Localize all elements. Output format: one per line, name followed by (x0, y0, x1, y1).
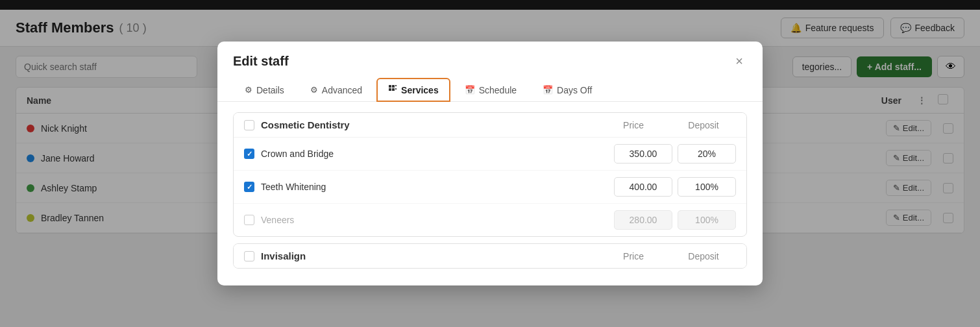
service-section-invisalign: Invisalign Price Deposit (233, 243, 747, 269)
grid-icon (388, 84, 397, 95)
edit-staff-modal: Edit staff × ⚙ Details ⚙ Advanced (217, 42, 763, 285)
svg-rect-0 (389, 85, 391, 88)
svg-rect-1 (392, 85, 395, 88)
svg-rect-5 (395, 88, 397, 90)
service-row-crown-bridge: Crown and Bridge (234, 138, 746, 171)
teeth-whitening-deposit[interactable] (678, 177, 736, 197)
modal-title: Edit staff (233, 54, 289, 69)
gear-icon: ⚙ (310, 85, 318, 95)
service-row-teeth-whitening: Teeth Whitening (234, 171, 746, 204)
calendar-icon: 📅 (465, 85, 475, 95)
service-section-cosmetic-dentistry: Cosmetic Dentistry Price Deposit Crown a… (233, 112, 747, 237)
service-checkbox[interactable] (244, 149, 254, 159)
service-checkbox[interactable] (244, 215, 254, 225)
crown-bridge-deposit[interactable] (678, 144, 736, 164)
veneers-price (614, 210, 672, 230)
svg-rect-3 (392, 88, 395, 91)
modal-tabs: ⚙ Details ⚙ Advanced S (217, 69, 763, 102)
service-checkbox[interactable] (244, 182, 254, 192)
tab-details[interactable]: ⚙ Details (233, 78, 296, 102)
modal-overlay[interactable]: Edit staff × ⚙ Details ⚙ Advanced (0, 0, 980, 327)
tab-days-off[interactable]: 📅 Days Off (531, 78, 604, 102)
gear-icon: ⚙ (245, 85, 252, 95)
invisalign-header-row: Invisalign Price Deposit (234, 244, 746, 268)
teeth-whitening-price[interactable] (614, 177, 672, 197)
section-header-row: Cosmetic Dentistry Price Deposit (234, 113, 746, 138)
veneers-deposit (678, 210, 736, 230)
svg-rect-2 (389, 88, 391, 91)
section-checkbox[interactable] (244, 251, 254, 261)
crown-bridge-price[interactable] (614, 144, 672, 164)
tab-schedule[interactable]: 📅 Schedule (453, 78, 528, 102)
modal-header: Edit staff × (217, 42, 763, 69)
section-checkbox[interactable] (244, 120, 254, 130)
service-row-veneers: Veneers (234, 204, 746, 236)
svg-rect-4 (395, 85, 397, 86)
tab-advanced[interactable]: ⚙ Advanced (299, 78, 374, 102)
modal-body: Cosmetic Dentistry Price Deposit Crown a… (217, 102, 763, 285)
tab-services[interactable]: Services (376, 78, 450, 102)
calendar-icon: 📅 (543, 85, 553, 95)
modal-close-button[interactable]: × (731, 53, 747, 69)
